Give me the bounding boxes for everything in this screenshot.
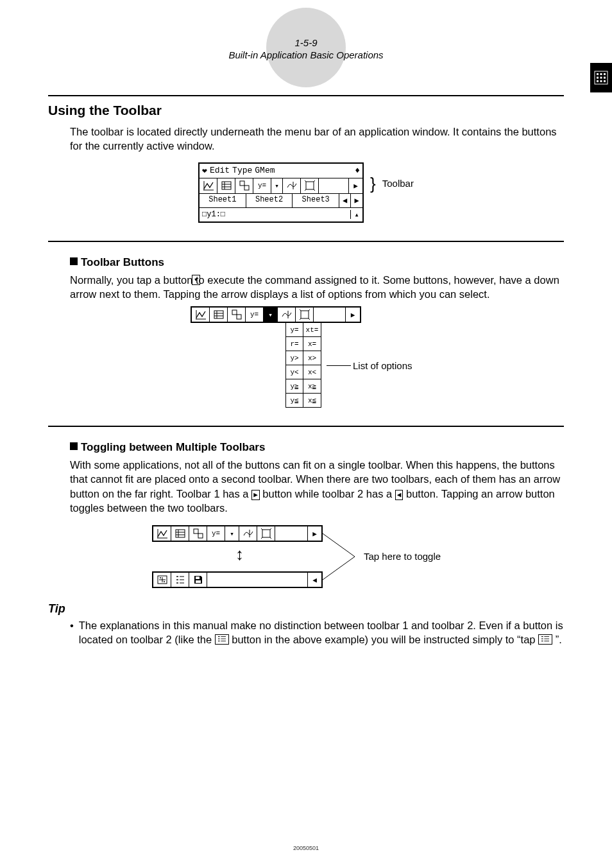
- svg-rect-22: [214, 311, 223, 318]
- graph-icon[interactable]: [192, 308, 210, 322]
- toolbar-prev-icon[interactable]: ◀: [307, 573, 321, 587]
- toolbar-2: ◀: [152, 571, 323, 588]
- list-icon: [538, 634, 552, 645]
- svg-rect-19: [306, 182, 314, 189]
- trace-icon[interactable]: [239, 526, 257, 541]
- divider: [48, 241, 564, 242]
- option-cell[interactable]: y>: [286, 351, 303, 365]
- svg-point-42: [164, 581, 165, 582]
- down-arrow-icon: ▾: [192, 275, 200, 285]
- y-equals-button[interactable]: y=: [253, 178, 271, 193]
- toolbar-strip: y= ▾ ▶: [191, 306, 361, 323]
- footer-number: 20050501: [0, 845, 612, 851]
- dropdown-arrow-icon[interactable]: ▾: [264, 308, 278, 322]
- option-cell[interactable]: x=: [303, 337, 321, 351]
- option-cell[interactable]: y≧: [286, 379, 303, 393]
- graph-icon[interactable]: [200, 178, 217, 193]
- toolbar-next-icon[interactable]: ▶: [348, 178, 362, 193]
- option-cell[interactable]: x≦: [303, 394, 321, 407]
- save-icon[interactable]: [189, 573, 207, 587]
- paragraph-text: button while toolbar 2 has a: [262, 488, 395, 499]
- option-cell[interactable]: r=: [286, 337, 303, 351]
- toolbar-next-icon: ▶: [251, 490, 260, 500]
- scroll-up-icon[interactable]: ▴: [351, 210, 362, 220]
- zoom-icon[interactable]: [257, 526, 275, 541]
- bullet-icon: •: [70, 618, 74, 647]
- window-icon[interactable]: [189, 526, 207, 541]
- y-equals-button[interactable]: y=: [246, 308, 264, 322]
- svg-rect-32: [176, 530, 185, 537]
- heart-icon: ❤: [202, 166, 207, 176]
- svg-rect-50: [196, 580, 201, 583]
- updown-arrow-icon: ↕: [235, 544, 244, 564]
- page-subtitle: Built-in Application Basic Operations: [48, 49, 564, 60]
- list-icon: [215, 634, 229, 645]
- toolbar-1: y= ▾ ▶: [152, 525, 323, 542]
- toolbar-next-icon[interactable]: ▶: [346, 308, 360, 322]
- svg-rect-39: [262, 530, 270, 537]
- tab-next-icon[interactable]: ▶: [351, 194, 362, 207]
- subheading-toggling: Toggling between Multiple Toolbars: [70, 441, 564, 454]
- svg-rect-37: [198, 534, 203, 538]
- callout-tap-here: Tap here to toggle: [364, 551, 441, 562]
- toggling-paragraph: With some applications, not all of the b…: [70, 458, 564, 515]
- menu-bar[interactable]: ❤ Edit Type GMem ♦: [200, 164, 362, 178]
- option-cell[interactable]: y≦: [286, 394, 303, 407]
- subheading-text: Toggling between Multiple Toolbars: [81, 441, 265, 453]
- divider: [48, 95, 564, 96]
- figure-toolbar-example: ❤ Edit Type GMem ♦ y= ▾ ▶: [48, 162, 564, 223]
- menu-type[interactable]: Type: [232, 166, 252, 175]
- tab-sheet3[interactable]: Sheet3: [293, 194, 339, 207]
- svg-rect-29: [301, 311, 309, 318]
- svg-rect-17: [244, 186, 249, 190]
- callout-list-of-options: List of options: [327, 360, 412, 371]
- option-cell[interactable]: y=: [286, 323, 303, 336]
- page-number: 1-5-9: [48, 19, 564, 48]
- view-window-icon[interactable]: [153, 573, 171, 587]
- window-icon[interactable]: [235, 178, 253, 193]
- tab-sheet1[interactable]: Sheet1: [200, 194, 246, 207]
- trace-icon[interactable]: [278, 308, 296, 322]
- table-icon[interactable]: [171, 526, 189, 541]
- svg-rect-26: [232, 310, 237, 315]
- menu-gmem[interactable]: GMem: [255, 166, 275, 175]
- subheading-text: Toolbar Buttons: [81, 256, 164, 268]
- list-icon[interactable]: [171, 573, 189, 587]
- menu-edit[interactable]: Edit: [210, 166, 230, 175]
- dropdown-arrow-icon[interactable]: ▾: [271, 178, 283, 193]
- trace-icon[interactable]: [283, 178, 301, 193]
- option-cell[interactable]: x<: [303, 365, 321, 379]
- input-row: □y1:□ ▴: [200, 207, 362, 221]
- y-equals-button[interactable]: y=: [207, 526, 225, 541]
- svg-rect-49: [196, 577, 200, 579]
- option-cell[interactable]: y<: [286, 365, 303, 379]
- toolbar-buttons-paragraph: Normally, you tap a button to execute th…: [70, 273, 564, 302]
- tip-text: ”.: [556, 634, 562, 645]
- toolbar-row: y= ▾ ▶: [200, 178, 362, 193]
- tab-prev-icon[interactable]: ◀: [339, 194, 351, 207]
- svg-rect-36: [194, 529, 198, 534]
- tip-item: • The explanations in this manual make n…: [70, 618, 564, 647]
- option-cell[interactable]: xt=: [303, 323, 321, 336]
- figure-toggle-example: y= ▾ ▶ ↕ ◀ Tap here to toggle: [152, 525, 460, 589]
- subheading-toolbar-buttons: Toolbar Buttons: [70, 256, 564, 269]
- dropdown-arrow-icon[interactable]: ▾: [225, 526, 239, 541]
- option-cell[interactable]: x>: [303, 351, 321, 365]
- svg-rect-27: [237, 315, 241, 319]
- option-cell[interactable]: x≧: [303, 379, 321, 393]
- table-icon[interactable]: [217, 178, 235, 193]
- zoom-icon[interactable]: [296, 308, 314, 322]
- paragraph-text: Normally, you tap a button to execute th…: [70, 274, 559, 300]
- callout-label: List of options: [353, 360, 412, 371]
- function-input[interactable]: □y1:□: [200, 210, 351, 219]
- zoom-icon[interactable]: [301, 178, 319, 193]
- toolbar-next-icon[interactable]: ▶: [307, 526, 321, 541]
- section-title: Using the Toolbar: [48, 103, 564, 118]
- svg-rect-16: [240, 181, 244, 186]
- tab-sheet2[interactable]: Sheet2: [246, 194, 293, 207]
- graph-icon[interactable]: [153, 526, 171, 541]
- window-icon[interactable]: [228, 308, 246, 322]
- table-icon[interactable]: [210, 308, 228, 322]
- tip-text: button in the above example) you will be…: [232, 634, 538, 645]
- tip-heading: Tip: [48, 602, 564, 616]
